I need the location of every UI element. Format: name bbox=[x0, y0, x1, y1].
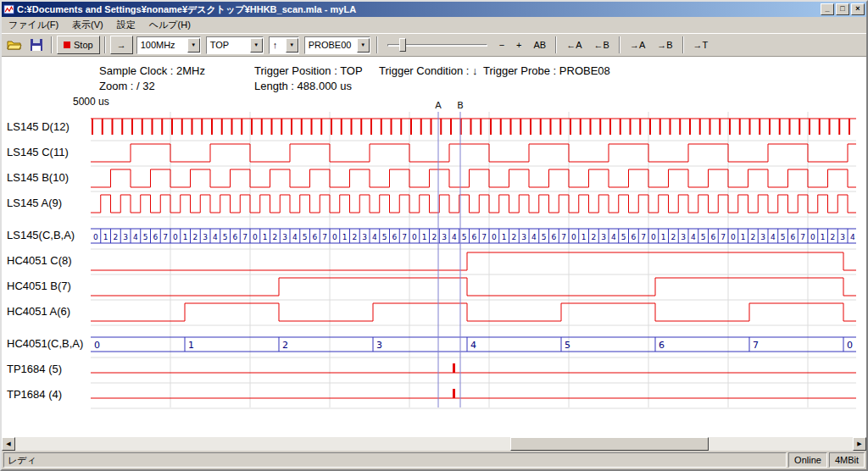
dropdown-arrow-icon[interactable]: ▼ bbox=[357, 38, 370, 53]
dropdown-arrow-icon[interactable]: ▼ bbox=[286, 38, 298, 53]
client-area: Sample Clock : 2MHz Trigger Position : T… bbox=[2, 57, 866, 451]
bus-value: 2 bbox=[512, 233, 517, 241]
bus-value: 0 bbox=[810, 233, 815, 241]
cursor-label-a[interactable]: A bbox=[435, 101, 442, 111]
bus-value: 6 bbox=[153, 233, 159, 241]
stop-label: Stop bbox=[74, 40, 93, 50]
trigger-condition-info: Trigger Condition : ↓ bbox=[379, 64, 483, 79]
bus-value: 2 bbox=[751, 233, 756, 241]
toolbar-separator bbox=[104, 36, 106, 53]
run-arrow-button[interactable]: → bbox=[110, 36, 133, 54]
channel-label: LS145 D(12) bbox=[7, 120, 70, 133]
goto-cursor-b-left-button[interactable]: ←B bbox=[589, 36, 615, 54]
bus-value: 6 bbox=[659, 340, 665, 351]
toolbar-separator bbox=[682, 36, 684, 53]
bus-value: 4 bbox=[611, 233, 616, 241]
sample-clock-select[interactable]: 100MHz ▼ bbox=[136, 36, 201, 54]
bus-value: 2 bbox=[353, 233, 358, 241]
pulse-mark bbox=[453, 363, 455, 373]
horizontal-scrollbar[interactable]: ◀ ▶ bbox=[2, 437, 866, 451]
minimize-button[interactable]: _ bbox=[821, 3, 834, 15]
channel-label: LS145 C(11) bbox=[7, 146, 69, 158]
sample-clock-info: Sample Clock : 2MHz bbox=[99, 64, 254, 79]
menu-help[interactable]: ヘルプ(H) bbox=[142, 17, 198, 33]
menu-file[interactable]: ファイル(F) bbox=[2, 17, 65, 33]
bus-value: 5 bbox=[382, 233, 387, 241]
scroll-left-button[interactable]: ◀ bbox=[2, 437, 15, 451]
dropdown-arrow-icon[interactable]: ▼ bbox=[187, 38, 200, 53]
maximize-button[interactable]: □ bbox=[836, 3, 849, 15]
save-button[interactable] bbox=[26, 36, 47, 54]
bus-value: 5 bbox=[223, 233, 228, 241]
stop-button[interactable]: Stop bbox=[57, 36, 100, 54]
bus-value: 2 bbox=[592, 233, 597, 241]
zoom-in-button[interactable]: + bbox=[511, 36, 526, 54]
bus-value: 3 bbox=[840, 233, 845, 241]
trigger-edge-select[interactable]: ↑ ▼ bbox=[269, 36, 299, 54]
trigger-probe-select[interactable]: PROBE00 ▼ bbox=[304, 36, 370, 54]
bus-value: 6 bbox=[552, 233, 557, 241]
toolbar-separator bbox=[51, 36, 53, 53]
bus-value: 0 bbox=[492, 233, 497, 241]
menu-view[interactable]: 表示(V) bbox=[65, 17, 110, 33]
waveform-trace bbox=[91, 195, 856, 213]
bus-value: 5 bbox=[303, 233, 308, 241]
bus-value: 3 bbox=[282, 233, 287, 241]
bus-value: 5 bbox=[565, 340, 570, 351]
scrollbar-thumb[interactable] bbox=[510, 437, 709, 451]
bus-value: 0 bbox=[731, 233, 736, 241]
channel-label: HC4051(C,B,A) bbox=[7, 337, 83, 350]
goto-cursor-a-right-button[interactable]: →A bbox=[625, 36, 650, 54]
bus-value: 0 bbox=[253, 233, 258, 241]
bus-value: 7 bbox=[402, 233, 407, 241]
channel-label: HC4051 A(6) bbox=[7, 305, 70, 318]
toolbar-separator bbox=[555, 36, 557, 53]
dropdown-arrow-icon[interactable]: ▼ bbox=[250, 38, 263, 53]
bus-value: 5 bbox=[462, 233, 467, 241]
cursor-label-b[interactable]: B bbox=[457, 101, 464, 111]
goto-trigger-button[interactable]: →T bbox=[688, 36, 714, 54]
menubar: ファイル(F) 表示(V) 設定 ヘルプ(H) bbox=[2, 17, 866, 33]
titlebar[interactable]: C:¥Documents and Settings¥noname¥デスクトップ¥… bbox=[2, 2, 866, 17]
bus-value: 4 bbox=[531, 233, 537, 241]
trigger-position-select[interactable]: TOP ▼ bbox=[206, 36, 264, 54]
zoom-slider-thumb[interactable] bbox=[399, 38, 406, 52]
bus-value: 6 bbox=[791, 233, 796, 241]
channel-label: LS145(C,B,A) bbox=[7, 229, 75, 241]
waveform-trace bbox=[91, 252, 856, 270]
bus-value: 4 bbox=[850, 233, 855, 241]
bus-value: 2 bbox=[193, 233, 198, 241]
bus-value: 0 bbox=[847, 340, 853, 351]
close-button[interactable]: × bbox=[851, 3, 865, 15]
zoom-out-button[interactable]: − bbox=[494, 36, 509, 54]
bus-value: 7 bbox=[721, 233, 726, 241]
scroll-right-button[interactable]: ▶ bbox=[853, 437, 866, 451]
goto-cursor-b-right-button[interactable]: →B bbox=[652, 36, 677, 54]
bus-value: 1 bbox=[188, 340, 194, 351]
waveform-area: 0123456701234567012345670123456701234567… bbox=[2, 101, 866, 433]
bus-value: 3 bbox=[681, 233, 686, 241]
goto-cursor-a-left-button[interactable]: ←A bbox=[561, 36, 587, 54]
bus-value: 0 bbox=[332, 233, 337, 241]
bus-value: 4 bbox=[133, 233, 138, 241]
bus-value: 4 bbox=[691, 233, 696, 241]
bus-value: 1 bbox=[661, 233, 666, 241]
bus-value: 1 bbox=[103, 233, 108, 241]
bus-value: 6 bbox=[472, 233, 477, 241]
bus-value: 4 bbox=[771, 233, 776, 241]
bus-value: 3 bbox=[203, 233, 208, 241]
bus-value: 7 bbox=[481, 233, 487, 241]
statusbar: レディ Online 4MBit bbox=[2, 451, 866, 469]
ab-range-button[interactable]: AB bbox=[529, 36, 552, 54]
bus-value: 6 bbox=[233, 233, 238, 241]
status-memory-badge: 4MBit bbox=[829, 452, 865, 468]
bus-value: 1 bbox=[183, 233, 188, 241]
bus-value: 3 bbox=[362, 233, 367, 241]
bus-value: 0 bbox=[94, 340, 100, 351]
bus-value: 3 bbox=[521, 233, 526, 241]
open-button[interactable] bbox=[4, 36, 25, 54]
menu-settings[interactable]: 設定 bbox=[110, 17, 142, 33]
bus-value: 1 bbox=[741, 233, 746, 241]
waveform-plot[interactable]: 0123456701234567012345670123456701234567… bbox=[91, 101, 858, 423]
zoom-slider[interactable] bbox=[387, 36, 487, 54]
